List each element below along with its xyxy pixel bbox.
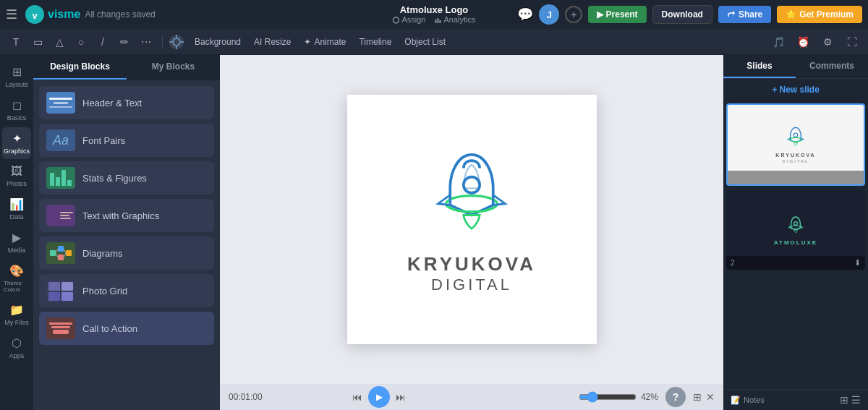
slide-thumb-1[interactable]: KRYUKOVA DIGITAL 1 ⬇ [726,103,865,186]
close-bar-button[interactable]: ✕ [706,391,715,403]
tool-pen[interactable]: ✏ [114,32,135,52]
help-button[interactable]: ? [665,387,686,407]
sidebar-item-graphics[interactable]: ✦ Graphics [2,127,31,159]
avatar: J [539,4,559,25]
canvas-scroll: KRYUKOVA DIGITAL [220,55,723,384]
zoom-controls: 42% [579,391,658,403]
slide-action-btn-2[interactable]: ⬇ [854,258,861,268]
prev-button[interactable]: ⏮ [352,391,362,403]
data-icon: 📊 [9,197,24,211]
new-slide-button[interactable]: + New slide [723,79,868,101]
tab-design-blocks[interactable]: Design Blocks [33,55,127,80]
slide-num-1: 1 ⬇ [728,171,864,184]
block-thumb-cta [46,317,75,339]
block-font-pairs[interactable]: Aa Font Pairs [39,124,214,157]
toolbar-separator [162,35,163,49]
object-list-button[interactable]: Object List [399,35,451,49]
block-stats-figures[interactable]: Stats & Figures [39,161,214,195]
play-button[interactable]: ▶ [368,386,390,408]
ai-resize-button[interactable]: AI Resize [248,35,297,49]
tool-rect[interactable]: ▭ [27,32,48,52]
tool-more[interactable]: ⋯ [136,32,156,52]
chat-icon[interactable]: 💬 [517,7,533,22]
add-collaborator-button[interactable]: + [565,6,582,23]
tab-my-blocks[interactable]: My Blocks [127,55,220,80]
svg-rect-12 [50,250,56,256]
music-icon[interactable]: 🎵 [768,32,788,52]
share-button[interactable]: Share [718,6,771,23]
present-button[interactable]: ▶ Present [588,6,646,23]
logo-text: visme [48,8,80,21]
slide-actions-1: ⬇ [853,173,859,182]
get-premium-button[interactable]: ⭐ Get Premium [777,6,862,23]
brand-text: KRYUKOVA DIGITAL [407,253,536,294]
svg-line-17 [56,253,58,257]
zoom-slider[interactable] [579,391,637,403]
sidebar-item-apps[interactable]: ⬡ Apps [2,332,31,364]
visme-logo-icon: v [25,4,45,25]
download-button[interactable]: Download [652,5,712,24]
tool-triangle[interactable]: △ [49,32,69,52]
svg-rect-13 [58,246,64,252]
slide2-thumb-rocket [786,215,806,235]
tab-comments[interactable]: Comments [796,55,868,78]
settings-icon[interactable]: ⚙ [817,32,838,52]
tool-text[interactable]: T [6,32,26,52]
sidebar-item-photos[interactable]: 🖼 Photos [2,161,31,192]
timer-icon[interactable]: ⏰ [793,32,813,52]
right-tabs: Slides Comments [723,55,868,79]
block-label-cta: Call to Action [82,323,137,334]
list-view-button[interactable]: ☰ [851,394,861,406]
block-text-graphics[interactable]: Text with Graphics [39,199,214,232]
canvas-bottom: 00:01:00 ⏮ ▶ ⏭ 42% ? ⊞ ✕ [220,384,723,410]
saved-status: All changes saved [85,9,155,20]
topbar-meta: Assign Analytics [392,15,475,25]
topbar: ☰ v visme All changes saved Atmoluxe Log… [0,0,868,29]
animate-icon: ✦ [304,37,311,47]
tab-slides[interactable]: Slides [723,55,796,78]
analytics-meta[interactable]: Analytics [435,15,476,25]
right-panel: Slides Comments + New slide [723,55,868,410]
svg-point-20 [464,177,480,193]
sidebar-item-basics[interactable]: ◻ Basics [2,94,31,126]
document-title: Atmoluxe Logo [400,4,469,16]
right-bottom: 📝 Notes ⊞ ☰ [723,389,868,410]
grid-view-button[interactable]: ⊞ [840,394,848,406]
brand-name: KRYUKOVA [407,253,536,276]
block-list: Header & Text Aa Font Pairs Stats & Figu… [33,80,220,410]
sidebar-item-data[interactable]: 📊 Data [2,193,31,225]
media-icon: ▶ [12,231,21,244]
block-diagrams[interactable]: Diagrams [39,236,214,270]
block-thumb-header [46,92,75,114]
slide-canvas[interactable]: KRYUKOVA DIGITAL [347,95,597,344]
sidebar-item-theme[interactable]: 🎨 Theme Colors [2,260,31,297]
block-photo-grid[interactable]: Photo Grid [39,274,214,307]
next-button[interactable]: ⏭ [396,391,406,403]
svg-point-21 [446,196,498,212]
svg-point-2 [393,17,399,23]
tool-line[interactable]: / [93,32,113,52]
notes-button[interactable]: 📝 Notes [731,396,765,405]
animate-button[interactable]: ✦ Animate [298,35,352,49]
timeline-button[interactable]: Timeline [353,35,397,49]
sidebar-item-media[interactable]: ▶ Media [2,226,31,258]
grid-icon-btn[interactable]: ⊞ [693,391,702,403]
block-label-photo-grid: Photo Grid [82,286,127,296]
toolbar-right: 🎵 ⏰ ⚙ ⛶ [768,32,862,52]
block-thumb-stats [46,167,75,189]
sidebar-item-myfiles[interactable]: 📁 My Files [2,299,31,330]
toolbar: T ▭ △ ○ / ✏ ⋯ Background AI Resize ✦ Ani… [0,29,868,55]
slide-thumb-2[interactable]: ATMOLUXE 2 ⬇ [726,190,865,270]
tool-circle[interactable]: ○ [71,32,91,52]
block-label-text-graphics: Text with Graphics [82,210,159,221]
block-call-to-action[interactable]: Call to Action [39,312,214,345]
background-button[interactable]: Background [189,35,247,49]
menu-icon[interactable]: ☰ [6,7,17,22]
slide-action-btn-1[interactable]: ⬇ [853,173,859,182]
block-thumb-font: Aa [46,129,75,151]
assign-meta[interactable]: Assign [392,15,425,25]
block-header-text[interactable]: Header & Text [39,86,214,119]
left-sidebar: ⊞ Layouts ◻ Basics ✦ Graphics 🖼 Photos 📊… [0,55,33,410]
fullscreen-icon[interactable]: ⛶ [842,32,862,52]
sidebar-item-layouts[interactable]: ⊞ Layouts [2,61,31,93]
